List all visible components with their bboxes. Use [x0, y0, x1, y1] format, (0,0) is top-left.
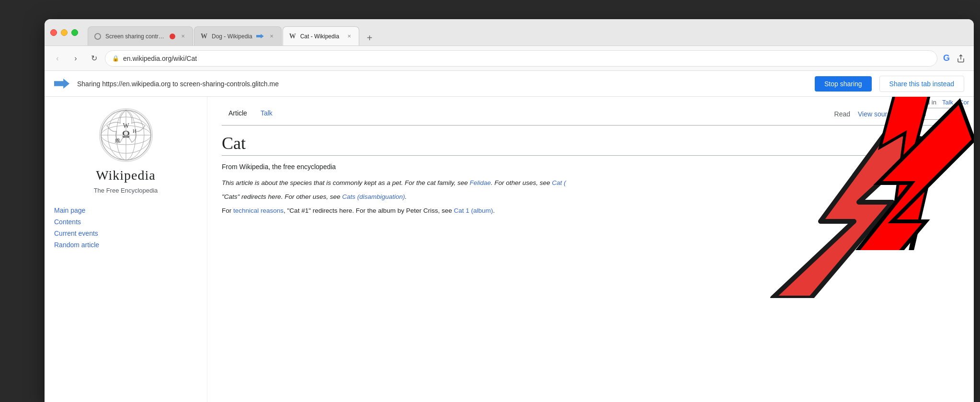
sharing-bar: Sharing https://en.wikipedia.org to scre… — [45, 71, 974, 97]
tab-cat-label: Cat - Wikipedia — [300, 33, 342, 40]
wiki-tab-talk[interactable]: Talk — [254, 106, 279, 121]
nav-random-article[interactable]: Random article — [54, 240, 197, 250]
user-bar: Not logged in Talk Cor — [900, 99, 974, 106]
not-logged-in-text: Not logged in — [900, 99, 936, 106]
browser-window: Screen sharing controls ✕ W Dog - Wikipe… — [45, 19, 974, 402]
felidae-link[interactable]: Felidae — [469, 179, 490, 186]
tab-dog-label: Dog - Wikipedia — [212, 33, 252, 40]
new-tab-button[interactable]: + — [362, 30, 377, 46]
tab-dog-close-icon[interactable]: ✕ — [268, 33, 275, 40]
cor-text-partial: Cor — [959, 99, 969, 106]
wiki-disambiguation-note: This article is about the species that i… — [222, 178, 959, 189]
tab-share-icon — [256, 34, 264, 39]
minimize-button[interactable] — [61, 29, 68, 36]
wikipedia-sidebar: Ω W 維 И Wikipedia The Free Encyclopedia … — [45, 97, 207, 402]
wikipedia-w-favicon: W — [200, 33, 208, 40]
reload-button[interactable]: ↻ — [87, 51, 101, 66]
address-bar[interactable]: 🔒 en.wikipedia.org/wiki/Cat — [105, 50, 937, 67]
wikipedia-globe-svg: Ω W 維 И — [97, 106, 155, 164]
page-content: Ω W 維 И Wikipedia The Free Encyclopedia … — [45, 97, 974, 402]
wiki-right-actions: Read View source — [834, 108, 959, 120]
stop-sharing-button[interactable]: Stop sharing — [815, 76, 872, 92]
recording-indicator — [170, 34, 175, 39]
tab-screen-sharing[interactable]: Screen sharing controls ✕ — [88, 26, 193, 46]
forward-button[interactable]: › — [68, 51, 83, 66]
wiki-intro-text: From Wikipedia, the free encyclopedia — [222, 161, 959, 172]
nav-contents[interactable]: Contents — [54, 217, 197, 227]
wikipedia-w-favicon-cat: W — [289, 33, 296, 40]
share-tab-button[interactable]: Share this tab instead — [879, 76, 964, 92]
tab-screen-sharing-label: Screen sharing controls — [105, 33, 166, 40]
wikipedia-nav: Main page Contents Current events Random… — [54, 206, 197, 250]
wikipedia-subtitle: The Free Encyclopedia — [94, 187, 158, 194]
wiki-cats-redirect: "Cats" redirects here. For other uses, s… — [222, 192, 959, 203]
tab-cat-close-icon[interactable]: ✕ — [345, 33, 353, 40]
url-text: en.wikipedia.org/wiki/Cat — [123, 55, 930, 62]
wiki-page-title: Cat — [222, 133, 959, 156]
title-bar: Screen sharing controls ✕ W Dog - Wikipe… — [45, 19, 974, 46]
wiki-search-input[interactable] — [902, 108, 959, 120]
wiki-tab-article[interactable]: Article — [222, 106, 254, 121]
google-g-icon: G — [943, 53, 950, 63]
cat-disambiguation-link[interactable]: Cat ( — [552, 179, 566, 186]
wiki-technical-note: For technical reasons, "Cat #1" redirect… — [222, 206, 959, 217]
wikipedia-title: Wikipedia — [96, 168, 156, 183]
tab-dog-wikipedia[interactable]: W Dog - Wikipedia ✕ — [194, 26, 282, 46]
wikipedia-logo: Ω W 維 И — [97, 106, 155, 164]
nav-bar: ‹ › ↻ 🔒 en.wikipedia.org/wiki/Cat G — [45, 46, 974, 71]
wiki-article-italic: This article is about the species that i… — [222, 178, 959, 217]
svg-text:И: И — [133, 128, 137, 134]
cat1-album-link[interactable]: Cat 1 (album) — [454, 207, 493, 214]
sharing-arrow-icon — [54, 78, 69, 90]
cats-disambiguation-link[interactable]: Cats (disambiguation) — [342, 193, 405, 200]
lock-icon: 🔒 — [112, 55, 119, 62]
google-logo: G — [943, 53, 950, 63]
wikipedia-w-icon-cat: W — [289, 33, 296, 40]
close-button[interactable] — [50, 29, 57, 36]
wikipedia-w-icon: W — [201, 33, 207, 40]
nav-main-page[interactable]: Main page — [54, 206, 197, 215]
wiki-read-link[interactable]: Read — [834, 110, 850, 118]
technical-reasons-link[interactable]: technical reasons — [233, 207, 284, 214]
wikipedia-main-content: Not logged in Talk Cor Article Talk Read… — [207, 97, 974, 402]
wiki-tab-group: Article Talk — [222, 106, 279, 121]
maximize-button[interactable] — [71, 29, 78, 36]
tab-cat-wikipedia[interactable]: W Cat - Wikipedia ✕ — [283, 26, 359, 46]
svg-text:Ω: Ω — [122, 129, 129, 139]
sharing-message: Sharing https://en.wikipedia.org to scre… — [77, 80, 807, 88]
wiki-article-tabs: Article Talk Read View source — [222, 106, 959, 126]
nav-current-events[interactable]: Current events — [54, 229, 197, 238]
page-share-button[interactable] — [954, 51, 968, 66]
back-button[interactable]: ‹ — [50, 51, 65, 66]
wiki-view-source-link[interactable]: View source — [858, 110, 894, 118]
traffic-lights — [50, 29, 78, 36]
tabs-container: Screen sharing controls ✕ W Dog - Wikipe… — [88, 19, 968, 46]
tab-close-icon[interactable]: ✕ — [179, 33, 187, 40]
svg-text:W: W — [123, 122, 129, 129]
svg-text:維: 維 — [114, 138, 120, 143]
globe-favicon-icon — [94, 33, 102, 40]
talk-link[interactable]: Talk — [942, 99, 953, 106]
